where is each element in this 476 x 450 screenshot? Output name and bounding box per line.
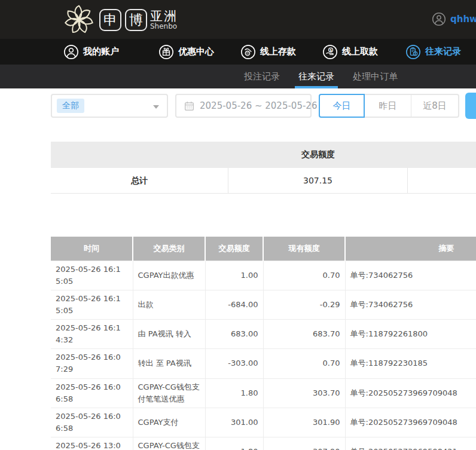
col-header-memo: 摘要 (345, 237, 476, 261)
gift-icon (158, 44, 174, 60)
cell-memo: 单号:202505273969709048 (345, 378, 476, 408)
logo-region-text: 亚洲 (150, 10, 178, 23)
col-header-type: 交易类别 (133, 237, 205, 261)
page: 申 博 亚洲 Shenbo qhhw 我的账户 (0, 0, 476, 450)
cell-balance: 307.90 (263, 437, 345, 450)
cell-type: 出款 (133, 290, 205, 319)
cell-balance: 683.70 (263, 320, 345, 349)
last-8-days-button[interactable]: 近8日 (411, 94, 459, 118)
cell-amount: 1.00 (205, 261, 263, 290)
cell-type: CGPAY-CG钱包支付笔笔送优惠 (133, 378, 205, 408)
nav-item-promotions[interactable]: 优惠中心 (158, 44, 214, 60)
logo-char-bo: 博 (125, 9, 147, 31)
user-account-area[interactable]: qhhw (432, 12, 476, 26)
svg-text:$: $ (329, 47, 332, 51)
cell-amount: 301.00 (205, 408, 263, 437)
tab-betting-records[interactable]: 投注记录 (243, 65, 281, 88)
yesterday-button[interactable]: 昨日 (365, 94, 411, 118)
transactions-table: 时间 交易类别 交易额度 现有额度 摘要 2025-05-26 16:15:05… (51, 237, 476, 450)
cell-amount: 1.80 (205, 437, 263, 450)
flower-logo-icon (62, 3, 96, 36)
summary-total-row: 总计 307.15 (51, 168, 476, 194)
summary-amount-header: 交易额度 (228, 149, 408, 160)
nav-item-withdraw[interactable]: $ 线上取款 (322, 44, 378, 60)
sub-tab-bar: 投注记录 往来记录 处理中订单 (0, 65, 476, 88)
filter-row: 全部 2025-05-26 ~ 2025-05-26 今日 昨日 近8日 (51, 94, 476, 118)
cell-type: 转出 至 PA视讯 (133, 349, 205, 378)
nav-item-my-account[interactable]: 我的账户 (63, 44, 119, 60)
summary-table: 交易额度 总计 307.15 (51, 142, 476, 194)
selected-type-chip: 全部 (57, 99, 84, 113)
nav-label: 线上存款 (260, 46, 296, 57)
table-header-row: 时间 交易类别 交易额度 现有额度 摘要 (51, 237, 476, 261)
summary-header-row: 交易额度 (51, 142, 476, 168)
username-text[interactable]: qhhw (450, 14, 476, 25)
cell-memo: 单号:202505273969598421 (345, 437, 476, 450)
cell-time: 2025-05-26 16:06:58 (51, 378, 133, 408)
col-header-amount: 交易额度 (205, 237, 263, 261)
records-icon (405, 44, 421, 60)
chevron-down-icon (153, 105, 159, 109)
cell-time: 2025-05-26 16:15:05 (51, 290, 133, 319)
deposit-icon (240, 44, 256, 60)
cell-balance: -0.29 (263, 290, 345, 319)
tab-label: 投注记录 (244, 71, 280, 82)
logo-subtitle: Shenbo (150, 23, 178, 30)
type-filter-select[interactable]: 全部 (51, 94, 168, 118)
main-navbar: 我的账户 优惠中心 线上存款 $ (0, 39, 476, 65)
nav-item-deposit[interactable]: 线上存款 (240, 44, 296, 60)
user-avatar-icon (432, 12, 446, 26)
cell-balance: 0.70 (263, 261, 345, 290)
nav-label: 优惠中心 (178, 46, 214, 57)
tab-pending-orders[interactable]: 处理中订单 (352, 65, 399, 88)
table-row: 2025-05-26 16:15:05 CGPAY出款优惠 1.00 0.70 … (51, 261, 476, 290)
cell-memo: 单号:118792261800 (345, 320, 476, 349)
transactions-body: 2025-05-26 16:15:05 CGPAY出款优惠 1.00 0.70 … (51, 261, 476, 450)
site-logo[interactable]: 申 博 亚洲 Shenbo (62, 3, 178, 36)
cell-type: 由 PA视讯 转入 (133, 320, 205, 349)
today-button[interactable]: 今日 (319, 94, 365, 118)
cell-balance: 301.90 (263, 408, 345, 437)
tab-label: 处理中订单 (353, 71, 398, 82)
table-row: 2025-05-26 16:15:05 出款 -684.00 -0.29 单号:… (51, 290, 476, 319)
col-header-balance: 现有额度 (263, 237, 345, 261)
cell-time: 2025-05-26 16:06:58 (51, 408, 133, 437)
top-header-bar: 申 博 亚洲 Shenbo qhhw (0, 0, 476, 39)
quick-date-button-group: 今日 昨日 近8日 (319, 94, 459, 118)
table-row: 2025-05-26 16:06:58 CGPAY支付 301.00 301.9… (51, 408, 476, 437)
cell-time: 2025-05-26 13:06:32 (51, 437, 133, 450)
nav-label: 我的账户 (83, 46, 119, 57)
tab-transaction-records[interactable]: 往来记录 (297, 65, 335, 88)
cell-balance: 0.70 (263, 349, 345, 378)
cell-memo: 单号:118792230185 (345, 349, 476, 378)
cell-time: 2025-05-26 16:07:29 (51, 349, 133, 378)
user-icon (63, 44, 79, 60)
cell-type: CGPAY支付 (133, 408, 205, 437)
cell-memo: 单号:734062756 (345, 261, 476, 290)
cell-amount: 683.00 (205, 320, 263, 349)
nav-label: 线上取款 (342, 46, 378, 57)
col-header-time: 时间 (51, 237, 133, 261)
summary-total-value: 307.15 (228, 168, 408, 194)
cell-time: 2025-05-26 16:15:05 (51, 261, 133, 290)
cell-type: CGPAY出款优惠 (133, 261, 205, 290)
table-row: 2025-05-26 16:14:32 由 PA视讯 转入 683.00 683… (51, 320, 476, 349)
search-button[interactable] (465, 93, 476, 119)
withdraw-icon: $ (322, 44, 338, 60)
cell-memo: 单号:202505273969709048 (345, 408, 476, 437)
tab-label: 往来记录 (298, 71, 334, 82)
nav-item-transaction-records[interactable]: 往来记录 (405, 44, 461, 60)
date-range-value: 2025-05-26 ~ 2025-05-26 (200, 100, 317, 111)
cell-time: 2025-05-26 16:14:32 (51, 320, 133, 349)
table-row: 2025-05-26 13:06:32 CGPAY-CG钱包支付笔笔送优惠 1.… (51, 437, 476, 450)
table-row: 2025-05-26 16:07:29 转出 至 PA视讯 -303.00 0.… (51, 349, 476, 378)
summary-total-label: 总计 (51, 168, 228, 194)
nav-label: 往来记录 (425, 46, 461, 57)
table-row: 2025-05-26 16:06:58 CGPAY-CG钱包支付笔笔送优惠 1.… (51, 378, 476, 408)
cell-type: CGPAY-CG钱包支付笔笔送优惠 (133, 437, 205, 450)
calendar-icon (184, 101, 194, 111)
cell-amount: -684.00 (205, 290, 263, 319)
cell-balance: 303.70 (263, 378, 345, 408)
cell-memo: 单号:734062756 (345, 290, 476, 319)
date-range-input[interactable]: 2025-05-26 ~ 2025-05-26 (175, 94, 312, 118)
